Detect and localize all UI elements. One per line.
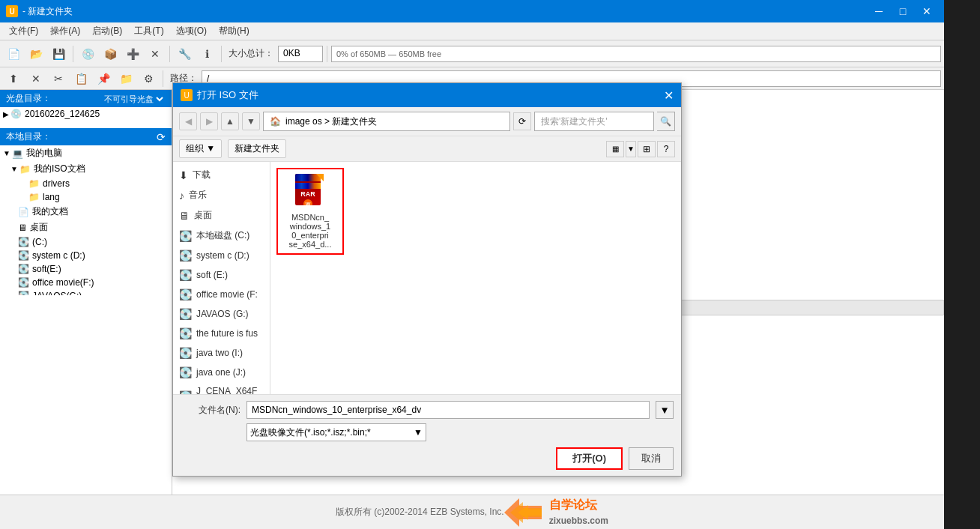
search-icon-btn[interactable]: 🔍	[657, 112, 675, 131]
search-box[interactable]: 搜索'新建文件夹'	[534, 112, 654, 131]
sep3	[221, 46, 222, 62]
nav-new-btn[interactable]: 📁	[115, 68, 136, 89]
disk-h-nav-icon: 💽	[179, 327, 192, 339]
organize-btn[interactable]: 组织 ▼	[179, 139, 222, 158]
addr-forward-btn[interactable]: ▶	[200, 112, 218, 130]
tree-item-c[interactable]: ▶ 💽 (C:)	[0, 235, 172, 249]
addr-up-btn[interactable]: ▲	[221, 112, 239, 130]
nav-label-j: java one (J:)	[196, 367, 246, 378]
cancel-button[interactable]: 取消	[629, 447, 674, 470]
nav-copy-btn[interactable]: 📋	[70, 68, 91, 89]
nav-item-music[interactable]: ♪ 音乐	[173, 185, 270, 205]
address-bar-path[interactable]: 🏠 image os > 新建文件夹	[263, 112, 510, 131]
nav-item-desktop[interactable]: 🖥 桌面	[173, 205, 270, 226]
filetype-arrow-icon: ▼	[414, 427, 423, 438]
tree-root-label: 20160226_124625	[25, 109, 100, 119]
tree-item-lang[interactable]: ▶ 📁 lang	[0, 190, 172, 204]
close-button[interactable]: ✕	[916, 1, 938, 22]
folder-lang-icon: 📁	[28, 192, 40, 202]
prop-btn[interactable]: 🔧	[174, 43, 195, 64]
filetype-dropdown[interactable]: 光盘映像文件(*.iso;*.isz;*.bin;* ▼	[246, 423, 426, 441]
minimize-button[interactable]: ─	[868, 1, 890, 22]
expand-iso[interactable]: ▼	[10, 165, 18, 173]
menu-bar: 文件(F) 操作(A) 启动(B) 工具(T) 选项(O) 帮助(H)	[0, 22, 944, 40]
addr-recent-btn[interactable]: ▼	[242, 112, 260, 130]
nav-paste-btn[interactable]: 📌	[93, 68, 114, 89]
disc-type-dropdown[interactable]: 不可引导光盘	[101, 94, 166, 104]
add-btn[interactable]: ➕	[122, 43, 143, 64]
extract-btn[interactable]: 📦	[100, 43, 121, 64]
disk-d-icon: 💽	[18, 250, 29, 261]
nav-item-f[interactable]: 💽 office movie (F:	[173, 285, 270, 304]
delete-btn[interactable]: ✕	[145, 43, 166, 64]
addr-back-btn[interactable]: ◀	[179, 112, 197, 130]
tree-item-f[interactable]: ▶ 💽 office movie(F:)	[0, 276, 172, 289]
tree-item-g[interactable]: ▶ 💽 JAVAOS(G:)	[0, 289, 172, 295]
view-dropdown-btn[interactable]: ▼	[626, 141, 636, 157]
nav-up-btn[interactable]: ⬆	[3, 68, 24, 89]
disk-f-nav-icon: 💽	[179, 288, 192, 300]
maximize-button[interactable]: □	[892, 1, 914, 22]
open-btn[interactable]: 📂	[25, 43, 46, 64]
nav-prop-btn[interactable]: ⚙	[138, 68, 159, 89]
brand-name: 自学论坛	[549, 498, 608, 513]
burn-btn[interactable]: 💿	[77, 43, 98, 64]
new-btn[interactable]: 📄	[3, 43, 24, 64]
app-icon: U	[6, 5, 18, 17]
tree-item-iso[interactable]: ▼ 📁 我的ISO文档	[0, 161, 172, 177]
nav-item-download[interactable]: ⬇ 下载	[173, 165, 270, 185]
nav-item-g[interactable]: 💽 JAVAOS (G:)	[173, 304, 270, 324]
tree-item-mydocs[interactable]: ▶ 📄 我的文档	[0, 204, 172, 220]
menu-help[interactable]: 帮助(H)	[213, 23, 255, 39]
local-refresh-btn[interactable]: ⟳	[157, 131, 166, 143]
new-folder-btn[interactable]: 新建文件夹	[228, 139, 286, 158]
tree-mypc-label: 我的电脑	[26, 147, 62, 160]
nav-item-d[interactable]: 💽 system c (D:)	[173, 246, 270, 265]
menu-tools[interactable]: 工具(T)	[128, 23, 169, 39]
filename-dropdown-btn[interactable]: ▼	[656, 401, 674, 419]
dialog-file-area[interactable]: RAR W MSDNcn_windows_10_enterprise_x64_d…	[270, 162, 681, 394]
view-grid-btn[interactable]: ⊞	[638, 141, 656, 157]
menu-file[interactable]: 文件(F)	[3, 23, 44, 39]
disk-k-nav-icon: 💽	[179, 390, 192, 394]
menu-boot[interactable]: 启动(B)	[86, 23, 128, 39]
nav-item-c[interactable]: 💽 本地磁盘 (C:)	[173, 226, 270, 246]
save-btn[interactable]: 💾	[48, 43, 69, 64]
tree-item-desktop[interactable]: ▶ 🖥 桌面	[0, 220, 172, 235]
view-controls: ▦ ▼ ⊞ ?	[606, 141, 675, 157]
tree-item-drivers[interactable]: ▶ 📁 drivers	[0, 177, 172, 190]
selected-file-item[interactable]: RAR W MSDNcn_windows_10_enterprise_x64_d…	[276, 168, 344, 255]
filename-label: 文件名(N):	[181, 404, 241, 417]
iso-icon: 📁	[19, 164, 31, 175]
addr-path-text: image os > 新建文件夹	[285, 115, 377, 128]
menu-options[interactable]: 选项(O)	[170, 23, 213, 39]
addr-refresh-btn[interactable]: ⟳	[513, 112, 531, 130]
size-label: 大小总计：	[226, 47, 276, 60]
menu-operate[interactable]: 操作(A)	[44, 23, 86, 39]
dialog-body: ⬇ 下载 ♪ 音乐 🖥 桌面 💽 本地磁盘 (C:) 💽 system	[173, 162, 681, 394]
filename-input[interactable]	[246, 401, 650, 419]
expand-mypc[interactable]: ▼	[3, 149, 10, 157]
disk-j-nav-icon: 💽	[179, 366, 192, 378]
nav-item-e[interactable]: 💽 soft (E:)	[173, 265, 270, 285]
help-btn[interactable]: ?	[657, 141, 675, 157]
dialog-close-btn[interactable]: ✕	[664, 88, 674, 103]
view-list-btn[interactable]: ▦	[606, 141, 624, 157]
disk-f-icon: 💽	[18, 277, 29, 288]
tree-item-mypc[interactable]: ▼ 💻 我的电脑	[0, 145, 172, 161]
open-button[interactable]: 打开(O)	[556, 447, 623, 470]
nav-del-btn[interactable]: ✕	[25, 68, 46, 89]
tree-item-d[interactable]: ▶ 💽 system c (D:)	[0, 249, 172, 262]
nav-item-h[interactable]: 💽 the future is fus	[173, 324, 270, 343]
tree-item-e[interactable]: ▶ 💽 soft(E:)	[0, 262, 172, 276]
dialog-title-bar: U 打开 ISO 文件 ✕	[173, 83, 681, 107]
pc-icon: 💻	[12, 148, 23, 159]
expand-icon[interactable]: ▶	[3, 110, 9, 118]
nav-item-k[interactable]: 💽 J_CENA_X64F (K	[173, 382, 270, 394]
nav-item-i[interactable]: 💽 java two (I:)	[173, 343, 270, 363]
nav-item-j[interactable]: 💽 java one (J:)	[173, 363, 270, 382]
tree-root[interactable]: ▶ 💿 20160226_124625	[0, 107, 172, 121]
left-panel-header: 光盘目录： 不可引导光盘	[0, 90, 172, 107]
nav-cut-btn[interactable]: ✂	[48, 68, 69, 89]
info-btn[interactable]: ℹ	[196, 43, 217, 64]
